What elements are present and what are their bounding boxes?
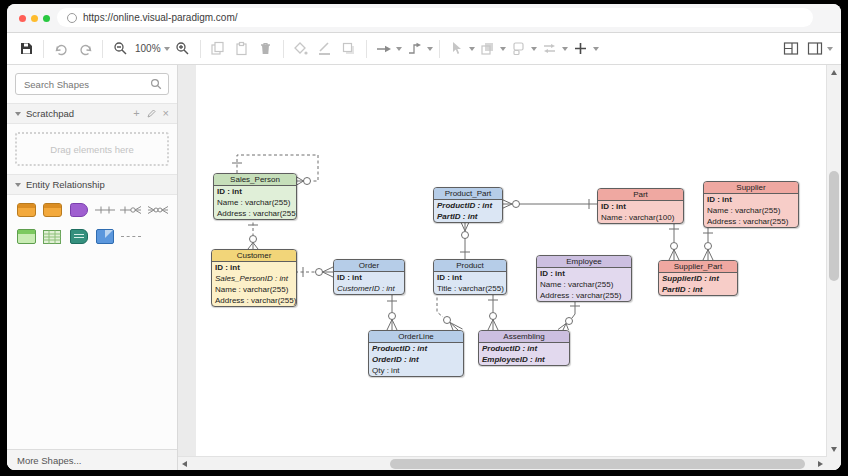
scroll-left-arrow[interactable] — [182, 461, 187, 467]
vertical-scrollbar[interactable] — [826, 65, 841, 457]
entity-attribute: Address : varchar(255) — [537, 290, 631, 301]
more-shapes-button[interactable]: More Shapes... — [7, 449, 177, 470]
distribute-dropdown[interactable] — [539, 38, 568, 60]
entity-attribute: Address : varchar(255) — [212, 295, 296, 306]
arrow-style-dropdown[interactable] — [373, 38, 402, 60]
note-shape-icon[interactable] — [96, 229, 114, 244]
entity-title: Assembling — [479, 331, 569, 343]
entity-Product_Part[interactable]: Product_PartProductID : intPartID : int — [433, 187, 503, 223]
scratchpad-header[interactable]: Scratchpad + × — [7, 103, 177, 124]
zoom-out-button[interactable] — [109, 38, 131, 60]
entity-Order[interactable]: OrderID : intCustomerID : int — [333, 259, 405, 295]
entity-Supplier_Part[interactable]: Supplier_PartSupplierID : intPartID : in… — [658, 260, 738, 296]
section-title: Entity Relationship — [26, 179, 105, 190]
entity-attribute: Title : varchar(255) — [434, 283, 506, 294]
undo-button[interactable] — [50, 38, 72, 60]
entity-Employee[interactable]: EmployeeID : intName : varchar(255)Addre… — [536, 255, 632, 302]
chevron-down-icon — [15, 112, 21, 116]
entity-attribute: ID : int — [704, 194, 798, 205]
entity-shape-icon[interactable] — [17, 203, 36, 217]
delete-button[interactable] — [255, 38, 277, 60]
vertical-scroll-thumb[interactable] — [829, 171, 839, 281]
align-dropdown[interactable] — [508, 38, 537, 60]
save-button[interactable] — [15, 38, 37, 60]
one-to-many-connector-icon[interactable] — [120, 205, 142, 215]
many-to-many-connector-icon[interactable] — [147, 205, 169, 215]
weak-entity-shape-icon[interactable] — [70, 203, 88, 217]
scratchpad-hint: Drag elements here — [50, 144, 133, 155]
entity-attribute: Name : varchar(255) — [214, 197, 296, 208]
scratchpad-edit-icon[interactable] — [147, 109, 156, 118]
entity-relationship-header[interactable]: Entity Relationship — [7, 174, 177, 195]
plus-icon — [570, 38, 592, 60]
scroll-up-arrow[interactable] — [831, 70, 837, 75]
shape-search[interactable] — [15, 73, 169, 95]
search-icon — [150, 78, 162, 90]
entity-attribute: ID : int — [598, 201, 683, 212]
browser-titlebar: https://online.visual-paradigm.com/ — [7, 4, 841, 33]
horizontal-scrollbar[interactable] — [178, 456, 827, 470]
entity-OrderLine[interactable]: OrderLineProductID : intOrderID : intQty… — [368, 330, 464, 377]
scroll-down-arrow[interactable] — [831, 447, 837, 452]
layers-icon — [477, 38, 499, 60]
entity-title: Employee — [537, 256, 631, 268]
connector-style-dropdown[interactable] — [404, 38, 433, 60]
entity-title: Product — [434, 260, 506, 272]
line-color-button[interactable] — [314, 38, 336, 60]
editor-toolbar: 100% — [7, 33, 841, 65]
table-shape-icon[interactable] — [17, 229, 36, 244]
entity-title: OrderLine — [369, 331, 463, 343]
entity-attribute: Sales_PersonID : int — [212, 273, 296, 284]
entity-attribute: ProductID : int — [434, 200, 502, 211]
entity-attribute: Name : varchar(255) — [212, 284, 296, 295]
entity-attribute: Address : varchar(255) — [704, 216, 798, 227]
scratchpad-add-icon[interactable]: + — [133, 108, 139, 119]
scroll-right-arrow[interactable] — [818, 461, 823, 467]
browser-window: https://online.visual-paradigm.com/ 100% — [7, 4, 841, 470]
maximize-button[interactable] — [43, 15, 50, 22]
redo-button[interactable] — [74, 38, 96, 60]
entity-attribute: ProductID : int — [479, 343, 569, 354]
entity-attribute: Name : varchar(255) — [537, 279, 631, 290]
entity-Sales_Person[interactable]: Sales_PersonID : intName : varchar(255)A… — [213, 173, 297, 220]
entity-attribute: CustomerID : int — [334, 283, 404, 294]
fill-color-button[interactable] — [290, 38, 312, 60]
scratchpad-dropzone[interactable]: Drag elements here — [15, 132, 169, 166]
zoom-in-button[interactable] — [172, 38, 194, 60]
entity-alt-shape-icon[interactable] — [43, 203, 62, 217]
chevron-down-icon — [164, 47, 170, 51]
shadow-button[interactable] — [338, 38, 360, 60]
paste-button[interactable] — [231, 38, 253, 60]
one-to-one-connector-icon[interactable] — [95, 205, 115, 215]
chevron-down-icon — [15, 183, 21, 187]
grid-table-shape-icon[interactable] — [43, 230, 61, 244]
scratchpad-close-icon[interactable]: × — [163, 108, 169, 119]
entity-attribute: SupplierID : int — [659, 273, 737, 284]
dashed-line-shape-icon[interactable] — [121, 236, 141, 237]
pointer-tool-dropdown[interactable] — [446, 38, 475, 60]
bring-to-front-dropdown[interactable] — [477, 38, 506, 60]
minimize-button[interactable] — [31, 15, 38, 22]
entity-Product[interactable]: ProductID : intTitle : varchar(255) — [433, 259, 507, 295]
diagram-canvas[interactable]: Sales_PersonID : intName : varchar(255)A… — [178, 65, 841, 470]
entity-Part[interactable]: PartID : intName : varchar(100) — [597, 188, 684, 224]
entity-title: Sales_Person — [214, 174, 296, 186]
close-button[interactable] — [19, 15, 26, 22]
panel-layout-dropdown[interactable] — [804, 38, 833, 60]
search-input[interactable] — [22, 78, 150, 91]
entity-Customer[interactable]: CustomerID : intSales_PersonID : intName… — [211, 249, 297, 307]
zoom-level-dropdown[interactable]: 100% — [133, 43, 170, 54]
horizontal-scroll-thumb[interactable] — [390, 459, 805, 469]
address-bar[interactable]: https://online.visual-paradigm.com/ — [57, 8, 813, 27]
entity-attribute: Qty : int — [369, 365, 463, 376]
entity-Supplier[interactable]: SupplierID : intName : varchar(255)Addre… — [703, 181, 799, 228]
shapes-sidebar: Scratchpad + × Drag elements here Entity… — [7, 65, 178, 470]
entity-attribute: Name : varchar(100) — [598, 212, 683, 223]
entity-attribute: ID : int — [214, 186, 296, 197]
entity-title: Supplier — [704, 182, 798, 194]
insert-shape-dropdown[interactable] — [570, 38, 599, 60]
format-panel-toggle[interactable] — [780, 38, 802, 60]
copy-button[interactable] — [207, 38, 229, 60]
entity-Assembling[interactable]: AssemblingProductID : intEmployeeID : in… — [478, 330, 570, 366]
view-shape-icon[interactable] — [70, 229, 88, 244]
